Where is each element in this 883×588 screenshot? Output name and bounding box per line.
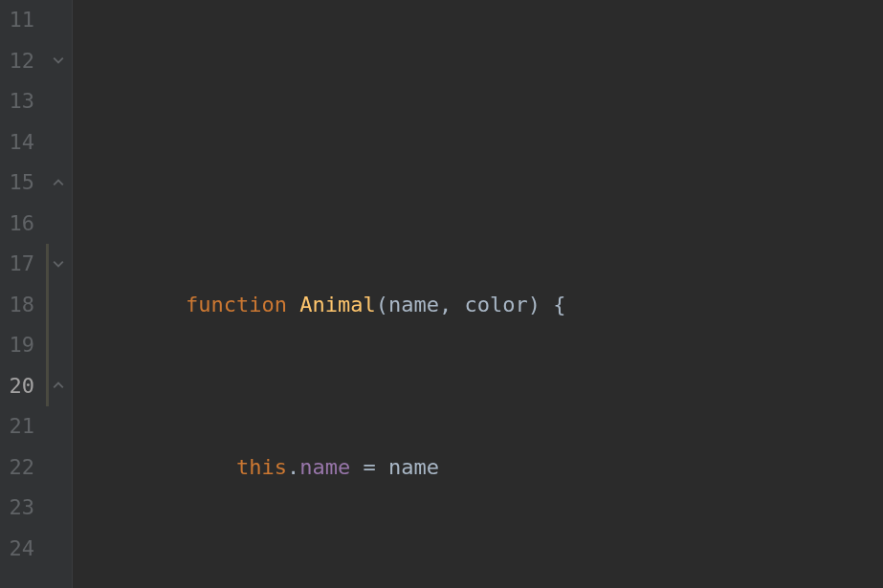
line-number: 20 <box>0 366 34 407</box>
line-number: 22 <box>0 447 34 489</box>
tok-param: name <box>388 285 439 326</box>
vcs-change-bar <box>46 244 49 406</box>
line-number: 18 <box>0 285 34 326</box>
code-editor[interactable]: 11 12 13 14 15 16 17 18 19 20 21 22 23 2… <box>0 0 883 588</box>
line-number: 24 <box>0 529 34 570</box>
tok-this: this <box>236 447 287 489</box>
line-number: 23 <box>0 488 34 529</box>
tok-property: name <box>299 447 350 489</box>
line-number: 13 <box>0 81 34 122</box>
line-number: 12 <box>0 41 34 82</box>
line-number: 19 <box>0 325 34 366</box>
code-text-area[interactable]: function Animal(name, color) { this.name… <box>73 0 883 588</box>
line-number: 15 <box>0 163 34 204</box>
fold-toggle-icon[interactable] <box>52 54 65 67</box>
tok-param: color <box>464 285 527 326</box>
code-line[interactable] <box>73 122 883 163</box>
fold-toggle-icon[interactable] <box>52 379 65 392</box>
line-number: 17 <box>0 244 34 285</box>
line-number: 11 <box>0 0 34 41</box>
tok-keyword: function <box>186 285 287 326</box>
fold-toggle-icon[interactable] <box>52 257 65 271</box>
fold-toggle-icon[interactable] <box>52 176 65 189</box>
line-number: 16 <box>0 204 34 245</box>
line-number: 21 <box>0 406 34 447</box>
line-number: 14 <box>0 122 34 163</box>
fold-gutter <box>44 0 73 588</box>
code-line[interactable]: function Animal(name, color) { <box>73 285 883 326</box>
code-line[interactable]: this.name = name <box>73 447 883 489</box>
line-number-gutter: 11 12 13 14 15 16 17 18 19 20 21 22 23 2… <box>0 0 44 588</box>
tok-func-name: Animal <box>299 285 375 326</box>
